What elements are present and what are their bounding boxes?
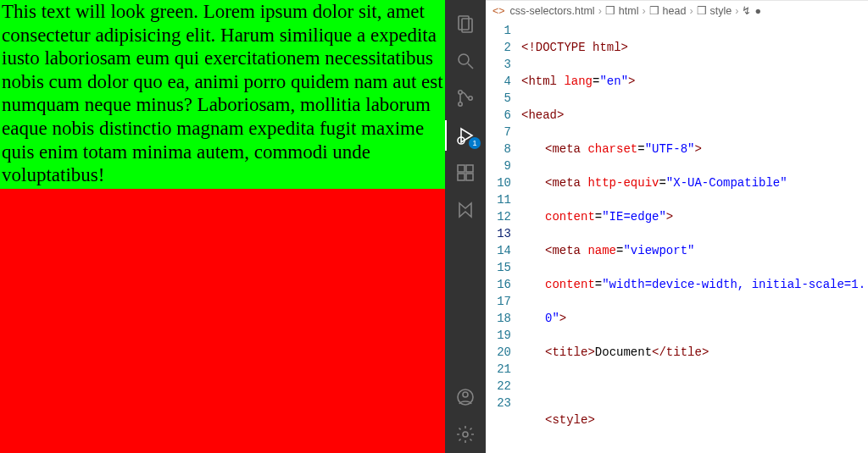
cube-icon: ❒: [649, 4, 659, 17]
cube-icon: ❒: [697, 4, 707, 17]
cube-icon: ❒: [605, 4, 615, 17]
chevron-right-icon: ›: [689, 5, 693, 17]
breadcrumb-head[interactable]: head: [663, 5, 687, 17]
svg-rect-9: [458, 165, 465, 172]
svg-rect-12: [466, 174, 473, 180]
editor-pane: <> css-selectors.html › ❒ html › ❒ head …: [486, 0, 868, 453]
svg-rect-10: [466, 165, 473, 172]
line-number-gutter: 123 456 789 101112 131415 161718 192021 …: [486, 20, 521, 453]
chevron-right-icon: ›: [735, 5, 738, 17]
code-editor[interactable]: 123 456 789 101112 131415 161718 192021 …: [486, 20, 868, 453]
chevron-right-icon: ›: [642, 5, 645, 17]
source-control-icon[interactable]: [445, 80, 486, 117]
account-icon[interactable]: [445, 378, 486, 416]
debug-badge: 1: [469, 137, 481, 149]
curly-icon: ↯: [742, 4, 751, 17]
svg-point-15: [463, 432, 468, 437]
preview-paragraph: This text will look green. Lorem ipsum d…: [0, 0, 445, 189]
svg-point-14: [463, 392, 468, 397]
svg-point-6: [469, 97, 472, 100]
svg-line-3: [468, 64, 473, 69]
bookmark-icon[interactable]: [445, 191, 486, 229]
search-icon[interactable]: [445, 42, 486, 80]
breadcrumb-style[interactable]: style: [710, 5, 732, 17]
breadcrumb-file[interactable]: css-selectors.html: [510, 5, 595, 17]
svg-point-4: [459, 91, 462, 94]
code-content[interactable]: <!DOCTYPE html> <html lang="en"> <head> …: [521, 20, 868, 453]
activity-bar: 1: [445, 0, 486, 453]
svg-point-5: [459, 102, 462, 106]
settings-gear-icon[interactable]: [445, 416, 486, 453]
breadcrumb-dirty: ●: [754, 5, 761, 17]
breadcrumb-html[interactable]: html: [619, 5, 639, 17]
file-type-icon: <>: [492, 5, 505, 17]
explorer-icon[interactable]: [445, 5, 486, 42]
run-debug-icon[interactable]: 1: [445, 117, 486, 154]
breadcrumb[interactable]: <> css-selectors.html › ❒ html › ❒ head …: [486, 0, 868, 20]
svg-point-2: [459, 54, 469, 64]
extensions-icon[interactable]: [445, 154, 486, 191]
chevron-right-icon: ›: [598, 5, 602, 17]
browser-preview: This text will look green. Lorem ipsum d…: [0, 0, 445, 453]
svg-rect-11: [458, 174, 465, 180]
